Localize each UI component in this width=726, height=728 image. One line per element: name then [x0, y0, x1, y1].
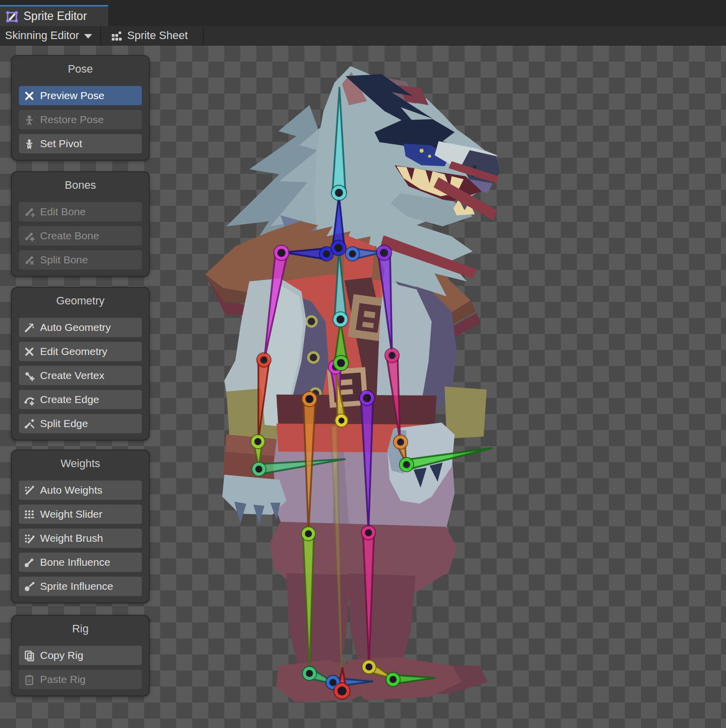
auto-geometry-button[interactable]: Auto Geometry [19, 317, 142, 337]
sprite-sheet-button[interactable]: Sprite Sheet [101, 26, 203, 45]
restore-pose-button: Restore Pose [19, 110, 142, 130]
auto-weights-button[interactable]: Auto Weights [19, 480, 142, 500]
panel-title-rig: Rig [19, 621, 142, 637]
button-label: Weight Slider [40, 508, 103, 520]
button-label: Set Pivot [40, 138, 82, 150]
dots-wand-icon [24, 485, 35, 496]
dots-brush-icon [24, 533, 35, 544]
joint-left-forearm[interactable] [259, 355, 269, 365]
tools-icon [24, 90, 35, 102]
bone-right-upper-arm[interactable] [378, 252, 392, 355]
skinning-toolbar: Skinning Editor Sprite Sheet [0, 26, 726, 46]
button-label: Restore Pose [40, 114, 104, 126]
person-icon [24, 114, 35, 126]
paste-icon [24, 674, 35, 685]
joint-left-thigh[interactable] [304, 394, 315, 405]
copy-icon [24, 650, 35, 661]
preview-pose-button[interactable]: Preview Pose [19, 86, 142, 106]
sprite-sheet-icon [110, 29, 123, 42]
tools-icon [24, 346, 35, 357]
sprite-influence-button[interactable]: Sprite Influence [19, 576, 142, 596]
joint-spine[interactable] [335, 314, 346, 325]
joint-left-foot[interactable] [304, 668, 314, 678]
bone-influence-icon [24, 557, 35, 568]
joint-right-upper-arm[interactable] [379, 247, 390, 258]
button-label: Create Bone [40, 230, 99, 242]
button-label: Sprite Influence [40, 580, 113, 592]
split-edge-button[interactable]: Split Edge [19, 414, 142, 434]
button-label: Auto Weights [40, 484, 103, 496]
bone-left-thigh[interactable] [303, 399, 315, 532]
joint-root[interactable] [336, 685, 348, 697]
sprite-sheet-label: Sprite Sheet [127, 29, 188, 42]
bone-left-shin[interactable] [303, 534, 314, 672]
tab-sprite-editor[interactable]: Sprite Editor [0, 5, 108, 26]
joint-left-fingers[interactable] [254, 464, 264, 474]
joint-right-clavicle[interactable] [347, 249, 357, 259]
bone-left-upper-arm[interactable] [264, 252, 287, 359]
joint-left-hand[interactable] [253, 437, 263, 447]
button-label: Edit Bone [40, 206, 86, 218]
bone-spine[interactable] [334, 250, 346, 319]
joint-hips[interactable] [335, 357, 346, 369]
bone-left-forearm[interactable] [258, 359, 269, 440]
panel-bones: BonesEdit BoneCreate BoneSplit Bone [11, 171, 150, 277]
joint-neck[interactable] [333, 242, 344, 253]
panel-title-pose: Pose [19, 61, 142, 77]
joint-right-foot[interactable] [364, 662, 374, 672]
button-label: Create Vertex [40, 370, 104, 382]
joint-right-forearm[interactable] [387, 350, 397, 360]
skinning-editor-dropdown[interactable]: Skinning Editor [0, 26, 100, 45]
panel-pose: PosePreview PoseRestore PoseSet Pivot [11, 55, 150, 161]
joint-left-shin[interactable] [303, 529, 313, 539]
edit-geometry-button[interactable]: Edit Geometry [19, 341, 142, 361]
sprite-editor-window: PosePreview PoseRestore PoseSet PivotBon… [0, 0, 726, 728]
bone-right-shin[interactable] [363, 533, 374, 665]
panel-title-bones: Bones [19, 177, 142, 193]
panel-rig: RigCopy RigPaste Rig [11, 615, 150, 696]
create-edge-button[interactable]: Create Edge [19, 390, 142, 410]
edge-split-icon [24, 418, 35, 430]
person-pivot-icon [24, 138, 35, 150]
button-label: Bone Influence [40, 556, 110, 568]
joint-left-upper-arm[interactable] [276, 247, 287, 258]
paste-rig-button: Paste Rig [19, 669, 142, 689]
button-label: Auto Geometry [40, 321, 111, 333]
button-label: Preview Pose [40, 90, 104, 102]
bone-influence-button[interactable]: Bone Influence [19, 552, 142, 572]
joint-right-fingers[interactable] [402, 460, 412, 470]
bone-head[interactable] [332, 88, 345, 193]
edge-plus-icon [24, 394, 35, 406]
button-label: Split Bone [40, 254, 88, 266]
chevron-down-icon [84, 34, 92, 39]
joint-left-clavicle[interactable] [321, 249, 331, 259]
joint-right-shin[interactable] [364, 528, 374, 538]
tab-title: Sprite Editor [24, 10, 87, 23]
create-vertex-button[interactable]: Create Vertex [19, 366, 142, 386]
joint-head[interactable] [333, 187, 344, 198]
bone-plus-icon [24, 230, 35, 242]
toolbar-separator [203, 26, 204, 45]
joint-tail-2[interactable] [337, 416, 346, 425]
weight-slider-button[interactable]: Weight Slider [19, 504, 142, 524]
panel-title-weights: Weights [19, 456, 142, 472]
button-label: Create Edge [40, 394, 99, 406]
create-bone-button: Create Bone [19, 226, 142, 246]
sparkle-wand-icon [24, 322, 35, 333]
joint-right-toes[interactable] [388, 674, 398, 684]
bone-right-thigh[interactable] [361, 398, 373, 531]
copy-rig-button[interactable]: Copy Rig [19, 645, 142, 665]
button-label: Weight Brush [40, 532, 103, 544]
set-pivot-button[interactable]: Set Pivot [19, 134, 142, 154]
weight-brush-button[interactable]: Weight Brush [19, 528, 142, 548]
joint-right-thigh[interactable] [361, 393, 373, 404]
joint-right-hand[interactable] [396, 437, 406, 447]
button-label: Split Edge [40, 418, 88, 430]
button-label: Copy Rig [40, 649, 83, 661]
bone-right-fingers[interactable] [406, 448, 492, 470]
edit-bone-button: Edit Bone [19, 202, 142, 222]
bone-right-forearm[interactable] [387, 355, 400, 441]
split-bone-button: Split Bone [19, 250, 142, 270]
vertex-plus-icon [24, 370, 35, 382]
tab-bar: Sprite Editor [0, 0, 726, 27]
